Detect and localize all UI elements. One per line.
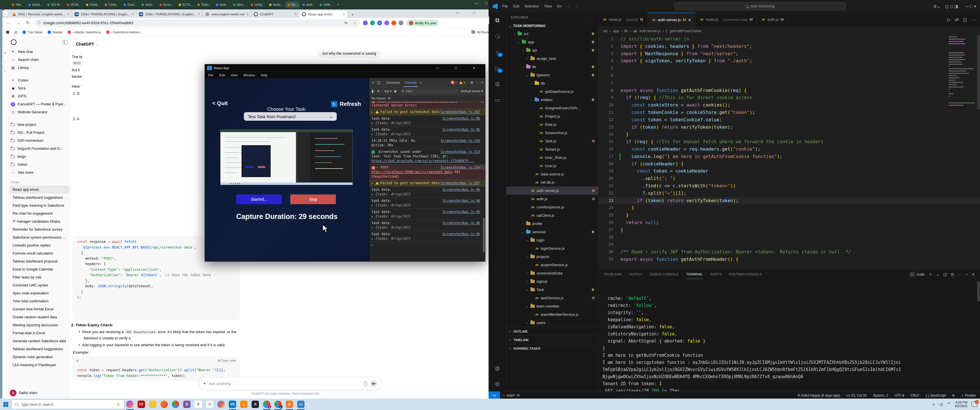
error-count-badge[interactable]: ✕6 bbox=[451, 81, 457, 84]
background-tab[interactable]: Inicio... bbox=[139, 2, 157, 8]
section-outline[interactable]: ›OUTLINE bbox=[506, 327, 598, 335]
clear-console-icon[interactable]: ⊘ bbox=[377, 89, 380, 93]
console-entry[interactable]: task data:▸ {tasks: Array(19)}Screenshot… bbox=[369, 186, 485, 198]
source-link[interactable]: ScreenshotApp.js:267 bbox=[441, 181, 480, 185]
menu-help[interactable]: Help bbox=[261, 73, 267, 77]
taskbar-icon-chrome[interactable] bbox=[170, 399, 181, 410]
stop-button[interactable]: Stop bbox=[290, 194, 336, 204]
bookmark-item[interactable]: Martjin bbox=[48, 30, 63, 34]
console-entry[interactable]: task data:▸ {tasks: Array(19)}Screenshot… bbox=[369, 220, 485, 231]
clock[interactable]: 4:28 PM9/2/2025 bbox=[955, 400, 967, 408]
tab-close-icon[interactable]: ✕ bbox=[688, 17, 691, 22]
ext-box-icon[interactable] bbox=[399, 21, 403, 25]
tree-item-profile[interactable]: ›profile bbox=[506, 219, 598, 228]
sidebar-item-gpts[interactable]: ⊞GPTs bbox=[7, 92, 71, 100]
panel-tab-ports[interactable]: PORTS bbox=[710, 272, 721, 276]
sidebar-item-new-chat[interactable]: ✎New chat bbox=[7, 48, 71, 56]
chat-item[interactable]: IT manager candidates Dhaka bbox=[9, 218, 70, 226]
chat-item[interactable]: Formula result calculation bbox=[9, 249, 70, 257]
devtools-close-icon[interactable]: × bbox=[481, 81, 483, 84]
expand-caret-icon[interactable]: ▸ bbox=[371, 192, 375, 196]
tree-item-tenant-js[interactable]: JSTenant.js bbox=[506, 145, 598, 154]
panel-tab-postman-console[interactable]: POSTMAN CONSOLE bbox=[729, 272, 762, 276]
ext-blue-f-icon[interactable]: F bbox=[377, 21, 382, 25]
tree-item-entities[interactable]: ⌄entities bbox=[506, 96, 598, 104]
tab-close-icon[interactable]: × bbox=[132, 12, 134, 16]
console-entry[interactable]: task data:▸ {tasks: Array(19)}Screenshot… bbox=[369, 115, 485, 126]
terminal-scrollbar[interactable] bbox=[977, 281, 980, 301]
source-link[interactable]: ScreenshotApp.js:96 bbox=[442, 199, 480, 203]
minimap[interactable] bbox=[949, 37, 976, 107]
sidebar-item-library[interactable]: ▤Library bbox=[7, 64, 71, 72]
new-terminal-icon[interactable]: ＋ bbox=[928, 272, 932, 277]
chat-item[interactable]: Reminder for Salesforce survey bbox=[9, 226, 70, 234]
screenshot-url-link[interactable]: https://chat.mcqstudy.com/ss/screenshot-… bbox=[371, 159, 479, 163]
eol[interactable]: CRLF bbox=[910, 394, 919, 397]
log-levels-dropdown[interactable]: Default levels ▾ bbox=[461, 89, 483, 93]
context-selector[interactable]: top ▾ bbox=[385, 89, 392, 93]
panel-tab-debug-console[interactable]: DEBUG CONSOLE bbox=[650, 272, 679, 276]
tree-item-loginservice-js[interactable]: JSloginService.js bbox=[506, 244, 598, 253]
tree-item-auth-js[interactable]: JSauth.jsM bbox=[506, 195, 598, 203]
issues-settings-icon[interactable]: ⚙ bbox=[388, 97, 391, 100]
tab-close-icon[interactable]: × bbox=[198, 12, 200, 16]
more-tabs-icon[interactable]: » bbox=[420, 81, 422, 84]
extensions-icon[interactable]: ⊞ bbox=[493, 80, 502, 88]
chat-item[interactable]: Generate random Salesforce data bbox=[9, 337, 70, 345]
taskbar-icon-vlc[interactable]: ▲ bbox=[238, 399, 250, 410]
start-button[interactable] bbox=[0, 399, 11, 410]
menu-edit[interactable]: Edit bbox=[220, 73, 225, 77]
copy-code-button[interactable]: ⧉ Copy code bbox=[218, 359, 236, 362]
prettier-status[interactable]: ✓ Prettier bbox=[961, 394, 976, 397]
back-icon[interactable]: ← bbox=[5, 21, 12, 25]
split-editor-icon[interactable]: ◫ bbox=[963, 17, 967, 22]
warning-count-badge[interactable]: 5 bbox=[459, 81, 465, 84]
remote-indicator[interactable]: >< bbox=[488, 391, 500, 399]
tree-item-projectservice-js[interactable]: JSprojectService.js bbox=[506, 261, 598, 269]
react-app-titlebar[interactable]: React App — □ ✕ bbox=[205, 64, 485, 72]
section-running-tasks[interactable]: ›RUNNING TASKS bbox=[506, 344, 598, 353]
breadcrumbs[interactable]: src›app›lib›JSauth-server.js›ƒgetAuthFro… bbox=[598, 27, 980, 35]
tree-item-assigneduserstopr-[interactable]: JSAssignedUsersToPr... bbox=[506, 104, 598, 112]
vscode-menu-File[interactable]: File bbox=[502, 4, 508, 8]
background-tab[interactable]: landi... bbox=[300, 2, 317, 8]
sidebar-item-blogs[interactable]: blogs bbox=[7, 153, 71, 161]
compare-icon[interactable]: ⇄ bbox=[955, 17, 959, 22]
source-link[interactable]: ScreenshotApp.js:267 bbox=[441, 110, 480, 114]
account-button[interactable]: S Saiful Islam bbox=[10, 389, 37, 396]
chat-item[interactable]: Pie chart for engagement bbox=[9, 210, 70, 218]
git-branch-item[interactable]: ⑂ main* ⟳ bbox=[500, 394, 523, 397]
chat-item[interactable]: Create random student data bbox=[9, 313, 70, 321]
background-tab[interactable]: landi... bbox=[214, 2, 230, 8]
message-composer[interactable]: + Ask anything bbox=[199, 377, 382, 390]
chat-item[interactable]: Format date in Excel bbox=[9, 329, 70, 337]
task-dropdown[interactable]: Test Task from Postman2⌄ bbox=[244, 112, 337, 121]
blame-author[interactable]: ⚲ Asiful Haque (5 days ago) bbox=[797, 394, 840, 397]
breadcrumb-item[interactable]: app bbox=[613, 29, 619, 33]
sidebar-item-see-more[interactable]: ···See more bbox=[7, 168, 71, 176]
chat-item[interactable]: Convert time format Excel bbox=[9, 305, 70, 313]
tree-item-screenshotdata[interactable]: ›screenshotData bbox=[506, 269, 598, 277]
console-entry[interactable]: task data:▸ {tasks: Array(19)}Screenshot… bbox=[369, 231, 485, 242]
console-sidebar-icon[interactable]: ◧ bbox=[371, 89, 375, 93]
browser-tab[interactable]: W150k+ TRANSLATIONS | English...× bbox=[137, 11, 203, 18]
console-entry[interactable]: task data:▸ {tasks: Array(19)}Screenshot… bbox=[369, 198, 485, 209]
taskbar-icon-filezilla[interactable]: FZ bbox=[135, 399, 147, 410]
tab-console[interactable]: Console bbox=[403, 78, 418, 87]
taskbar-icon-xampp[interactable]: X bbox=[284, 399, 295, 410]
sidebar-item-sora[interactable]: ◉Sora bbox=[7, 84, 71, 92]
device-toolbar-icon[interactable]: ◫ bbox=[377, 80, 380, 84]
taskbar-icon-dark-app[interactable]: A bbox=[250, 399, 261, 410]
chat-item[interactable]: Dynamic color generation bbox=[9, 353, 70, 361]
tab-close-icon[interactable]: × bbox=[67, 12, 69, 16]
background-tab[interactable]: Docu... bbox=[121, 2, 139, 8]
source-link[interactable]: ScreenshotApp.js:96 bbox=[442, 188, 480, 192]
tree-item-task-js[interactable]: JSTask.jsM bbox=[506, 137, 598, 145]
devtools-settings-icon[interactable]: ⚙ bbox=[470, 81, 473, 84]
expand-caret-icon[interactable]: ▸ bbox=[371, 237, 375, 241]
expand-caret-icon[interactable]: ▸ bbox=[371, 215, 375, 218]
chat-icon[interactable]: ▭ bbox=[493, 96, 502, 104]
eye-icon[interactable]: ◉ bbox=[394, 89, 396, 93]
sidebar-item-canvagpt-poster-flyer-[interactable]: CCanvaGPT — Poster & Flyer... bbox=[7, 100, 71, 108]
console-entry[interactable]: ✕▸ POSThttp://localhost:5500/api/screens… bbox=[369, 164, 485, 180]
